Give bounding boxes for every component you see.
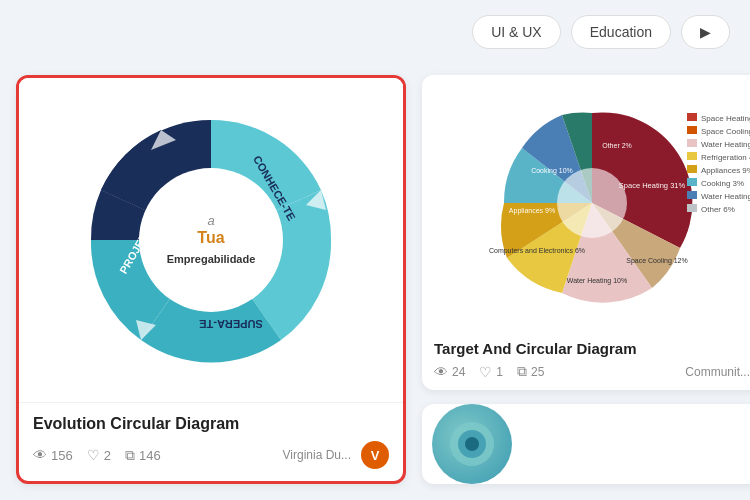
- svg-rect-13: [687, 126, 697, 134]
- likes-stat: ♡ 2: [87, 447, 111, 463]
- pie-chart-svg: Space Heating 31% Space Cooling 2% Water…: [432, 93, 750, 313]
- author-name-text: Virginia Du...: [283, 448, 351, 462]
- right-card-footer: Target And Circular Diagram 👁 24 ♡ 1 ⧉ 2…: [422, 330, 750, 390]
- svg-text:Space Cooling 2%: Space Cooling 2%: [701, 127, 750, 136]
- right-copies-count: 25: [531, 365, 544, 379]
- svg-text:Cooking 3%: Cooking 3%: [701, 179, 744, 188]
- svg-rect-19: [687, 165, 697, 173]
- right-likes-stat: ♡ 1: [479, 364, 503, 380]
- copy-icon: ⧉: [125, 447, 135, 464]
- right-heart-icon: ♡: [479, 364, 492, 380]
- svg-text:Space Heating 31%: Space Heating 31%: [619, 181, 686, 190]
- svg-text:Appliances 9%: Appliances 9%: [509, 207, 555, 215]
- svg-text:Cooking 10%: Cooking 10%: [531, 167, 573, 175]
- right-copy-icon: ⧉: [517, 363, 527, 380]
- bottom-thumbnail-svg: [447, 419, 497, 469]
- svg-text:a: a: [207, 213, 214, 228]
- eye-icon: 👁: [33, 447, 47, 463]
- svg-rect-17: [687, 152, 697, 160]
- svg-text:Water Heating 10%: Water Heating 10%: [567, 277, 627, 285]
- filter-bar: UI & UX Education ▶: [472, 15, 750, 49]
- filter-uiux[interactable]: UI & UX: [472, 15, 561, 49]
- svg-rect-21: [687, 178, 697, 186]
- likes-count: 2: [104, 448, 111, 463]
- svg-text:Appliances 9%: Appliances 9%: [701, 166, 750, 175]
- views-stat: 👁 156: [33, 447, 73, 463]
- bottom-partial-card: [422, 404, 750, 484]
- circular-diagram-svg: a Tua Empregabilidade PROJETA-TE CONHECE…: [81, 110, 341, 370]
- right-main-card: Space Heating 31% Space Cooling 2% Water…: [422, 75, 750, 390]
- featured-card: a Tua Empregabilidade PROJETA-TE CONHECE…: [16, 75, 406, 484]
- svg-text:Water Heating 10%: Water Heating 10%: [701, 192, 750, 201]
- svg-text:Other 2%: Other 2%: [602, 142, 632, 149]
- filter-education[interactable]: Education: [571, 15, 671, 49]
- svg-text:Empregabilidade: Empregabilidade: [167, 253, 256, 265]
- right-views-count: 24: [452, 365, 465, 379]
- right-card-title: Target And Circular Diagram: [434, 340, 750, 357]
- copies-count: 146: [139, 448, 161, 463]
- svg-text:Tua: Tua: [197, 229, 224, 246]
- svg-text:Space Cooling 12%: Space Cooling 12%: [626, 257, 688, 265]
- featured-card-stats: 👁 156 ♡ 2 ⧉ 146: [33, 447, 161, 464]
- svg-text:SUPERA-TE: SUPERA-TE: [199, 318, 263, 330]
- right-card-meta: 👁 24 ♡ 1 ⧉ 25 Communit...: [434, 363, 750, 380]
- author-avatar: V: [361, 441, 389, 469]
- right-likes-count: 1: [496, 365, 503, 379]
- svg-rect-15: [687, 139, 697, 147]
- filter-more[interactable]: ▶: [681, 15, 730, 49]
- svg-point-36: [465, 437, 479, 451]
- right-column: Space Heating 31% Space Cooling 2% Water…: [422, 75, 750, 484]
- right-views-stat: 👁 24: [434, 364, 465, 380]
- copies-stat: ⧉ 146: [125, 447, 161, 464]
- featured-card-author: Virginia Du... V: [283, 441, 389, 469]
- svg-text:Computers and Electronics 6%: Computers and Electronics 6%: [489, 247, 585, 255]
- right-author-name: Communit...: [685, 365, 750, 379]
- featured-card-image: a Tua Empregabilidade PROJETA-TE CONHECE…: [19, 78, 403, 402]
- featured-card-meta: 👁 156 ♡ 2 ⧉ 146 Virginia Du... V: [33, 441, 389, 469]
- views-count: 156: [51, 448, 73, 463]
- svg-text:Refrigeration 4%: Refrigeration 4%: [701, 153, 750, 162]
- svg-text:Space Heating 31%: Space Heating 31%: [701, 114, 750, 123]
- content-grid: a Tua Empregabilidade PROJETA-TE CONHECE…: [0, 75, 750, 500]
- svg-text:Water Heating 9%: Water Heating 9%: [701, 140, 750, 149]
- featured-card-title: Evolution Circular Diagram: [33, 415, 389, 433]
- right-copies-stat: ⧉ 25: [517, 363, 544, 380]
- svg-rect-11: [687, 113, 697, 121]
- bottom-card-thumbnail: [432, 404, 512, 484]
- featured-card-footer: Evolution Circular Diagram 👁 156 ♡ 2 ⧉ 1…: [19, 402, 403, 481]
- svg-point-10: [557, 168, 627, 238]
- right-eye-icon: 👁: [434, 364, 448, 380]
- svg-rect-23: [687, 191, 697, 199]
- svg-text:Other 6%: Other 6%: [701, 205, 735, 214]
- heart-icon: ♡: [87, 447, 100, 463]
- svg-rect-25: [687, 204, 697, 212]
- right-card-image: Space Heating 31% Space Cooling 2% Water…: [422, 75, 750, 330]
